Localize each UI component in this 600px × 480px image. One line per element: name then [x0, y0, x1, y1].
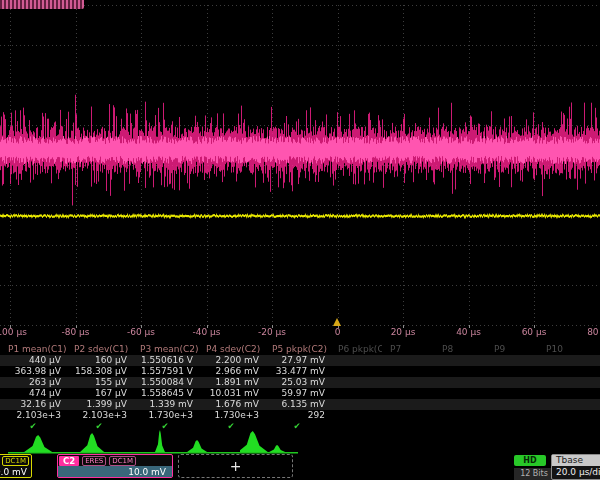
histicon-p5: [240, 428, 298, 454]
measure-value: [486, 410, 538, 421]
measure-value: 33.477 mV: [264, 366, 330, 377]
c2-eres-badge: ERES: [82, 456, 106, 466]
measure-value: [382, 377, 434, 388]
measure-value: [434, 377, 486, 388]
measure-value: [330, 355, 382, 366]
axis-tick-label: 60 µs: [502, 327, 566, 337]
axis-tick-label: -80 µs: [44, 327, 108, 337]
measure-value: [434, 366, 486, 377]
measure-row-mean: 363.98 µV158.308 µV1.557591 V2.966 mV33.…: [0, 366, 600, 377]
measure-value: 1.730e+3: [132, 410, 198, 421]
measurement-table: P1 mean(C1)P2 sdev(C1)P3 mean(C2)P4 sdev…: [0, 344, 600, 432]
axis-tick-label: -60 µs: [109, 327, 173, 337]
hd-mode-badge[interactable]: HD: [514, 455, 546, 466]
param-header-p2[interactable]: P2 sdev(C1): [66, 344, 132, 355]
measure-value: [434, 388, 486, 399]
measure-value: 59.97 mV: [264, 388, 330, 399]
axis-tick-label: -40 µs: [175, 327, 239, 337]
measure-row-min: 263 µV155 µV1.550084 V1.891 mV25.03 mV: [0, 377, 600, 388]
c1-coupling-badge: DC1M: [2, 456, 29, 466]
param-header-p8[interactable]: P8: [434, 344, 486, 355]
measure-value: [434, 410, 486, 421]
measure-value: [330, 377, 382, 388]
measure-value: 27.97 mV: [264, 355, 330, 366]
measure-value: 155 µV: [66, 377, 132, 388]
measure-value: 1.730e+3: [198, 410, 264, 421]
axis-tick-label: 80 µs: [568, 327, 600, 337]
measure-value: [382, 410, 434, 421]
c2-coupling-badge: DC1M: [109, 456, 136, 466]
channel-c1-descriptor[interactable]: C1 DC1M 10.0 mV: [0, 454, 32, 478]
histicon-p2: [66, 428, 124, 454]
measure-value: [434, 355, 486, 366]
measure-value: 6.135 mV: [264, 399, 330, 410]
measure-value: 1.550616 V: [132, 355, 198, 366]
axis-tick-label: 0: [306, 327, 370, 337]
measure-value: [538, 355, 590, 366]
param-header-p9[interactable]: P9: [486, 344, 538, 355]
param-header-p3[interactable]: P3 mean(C2): [132, 344, 198, 355]
measure-value: 440 µV: [0, 355, 66, 366]
measure-value: [330, 366, 382, 377]
param-header-p6[interactable]: P6 pkpk(C3): [330, 344, 382, 355]
axis-tick-label: -100 µs: [0, 327, 42, 337]
plus-icon: +: [230, 458, 242, 474]
measure-row-num: 2.103e+32.103e+31.730e+31.730e+3292: [0, 410, 600, 421]
resolution-label: 12 Bits: [514, 468, 554, 480]
measure-value: [486, 388, 538, 399]
measure-row-value: 440 µV160 µV1.550616 V2.200 mV27.97 mV: [0, 355, 600, 366]
param-header-p4[interactable]: P4 sdev(C2): [198, 344, 264, 355]
measure-header-row: P1 mean(C1)P2 sdev(C1)P3 mean(C2)P4 sdev…: [0, 344, 600, 355]
measure-value: [434, 399, 486, 410]
measure-row-max: 474 µV167 µV1.558645 V10.031 mV59.97 mV: [0, 388, 600, 399]
c2-label: C2: [59, 456, 79, 466]
cropped-menu-highlight[interactable]: [0, 0, 84, 9]
measure-value: 1.557591 V: [132, 366, 198, 377]
histicon-p3: [124, 428, 182, 454]
measure-value: 160 µV: [66, 355, 132, 366]
measure-value: [382, 388, 434, 399]
measure-value: 1.676 mV: [198, 399, 264, 410]
axis-tick-label: 20 µs: [371, 327, 435, 337]
axis-tick-label: -20 µs: [240, 327, 304, 337]
oscilloscope-screen: -100 µs-80 µs-60 µs-40 µs-20 µs020 µs40 …: [0, 0, 600, 480]
measure-value: 474 µV: [0, 388, 66, 399]
measure-value: [538, 410, 590, 421]
tbase-value: 20.0 µs/div: [552, 466, 600, 478]
tbase-label: Tbase: [552, 455, 600, 466]
param-header-p5[interactable]: P5 pkpk(C2): [264, 344, 330, 355]
measure-value: 363.98 µV: [0, 366, 66, 377]
measure-value: 1.891 mV: [198, 377, 264, 388]
param-header-p1[interactable]: P1 mean(C1): [0, 344, 66, 355]
measure-value: [538, 377, 590, 388]
measure-value: 10.031 mV: [198, 388, 264, 399]
c1-vdiv-value: 10.0 mV: [0, 466, 31, 477]
measure-value: 1.399 µV: [66, 399, 132, 410]
measure-value: [330, 410, 382, 421]
param-header-p10[interactable]: P10: [538, 344, 590, 355]
measure-value: [538, 366, 590, 377]
add-trace-button[interactable]: +: [178, 454, 293, 478]
measure-value: 292: [264, 410, 330, 421]
timebase-descriptor[interactable]: Tbase 20.0 µs/div: [551, 454, 600, 480]
measure-value: 2.103e+3: [0, 410, 66, 421]
descriptor-bar: C1 DC1M 10.0 mV C2 ERES DC1M 10.0 mV + H…: [0, 454, 600, 480]
measure-value: [486, 377, 538, 388]
measure-value: 1.339 mV: [132, 399, 198, 410]
measure-value: [382, 355, 434, 366]
measure-value: 167 µV: [66, 388, 132, 399]
measure-value: [486, 355, 538, 366]
channel-c2-descriptor[interactable]: C2 ERES DC1M 10.0 mV: [57, 454, 173, 478]
measure-value: [330, 399, 382, 410]
measure-value: [538, 399, 590, 410]
param-header-p7[interactable]: P7: [382, 344, 434, 355]
measure-row-sdev: 32.16 µV1.399 µV1.339 mV1.676 mV6.135 mV: [0, 399, 600, 410]
measure-value: 25.03 mV: [264, 377, 330, 388]
measure-value: 158.308 µV: [66, 366, 132, 377]
histicon-row: [0, 428, 600, 454]
measure-value: 32.16 µV: [0, 399, 66, 410]
measure-value: 1.558645 V: [132, 388, 198, 399]
measure-value: [330, 388, 382, 399]
measure-value: 263 µV: [0, 377, 66, 388]
measure-value: [486, 366, 538, 377]
